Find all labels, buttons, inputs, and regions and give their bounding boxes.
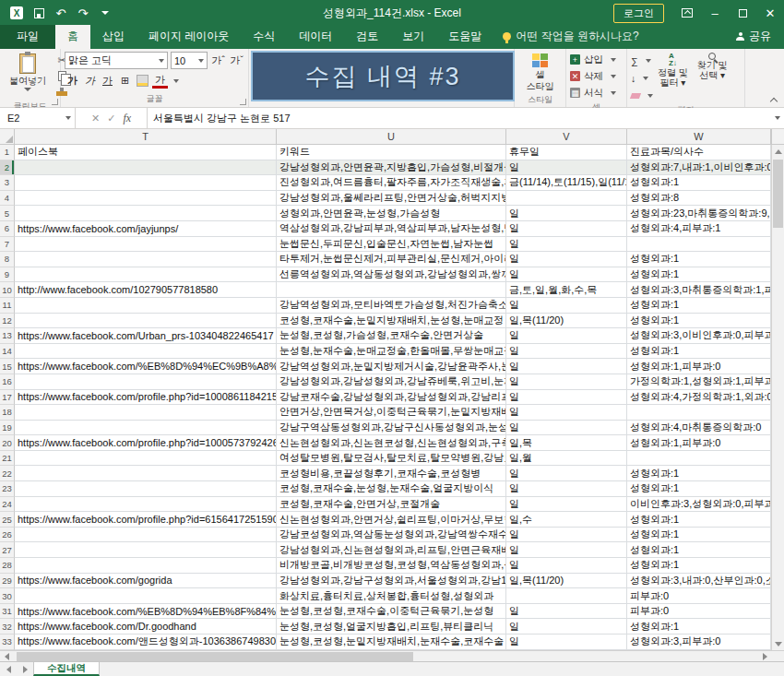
cell-dept[interactable]: 성형외과:3,피부과:0	[627, 634, 771, 650]
cell-holiday[interactable]: 일	[506, 466, 627, 481]
cell-keyword[interactable]: 강남역성형외과,모티바엑토가슴성형,처진가슴축소교정,C	[277, 298, 506, 314]
cell-keyword[interactable]: 눈성형,코성형,눈밑지방재배치,눈재수술,코재수술	[277, 634, 506, 650]
column-header-u[interactable]: U	[277, 129, 506, 145]
cell-holiday[interactable]: 일	[506, 267, 627, 283]
vertical-scrollbar[interactable]	[771, 145, 784, 650]
cell-dept[interactable]: 성형외과:4,마취통증의학과:0	[627, 421, 771, 436]
cell-holiday[interactable]: 일,목(11/20)	[506, 314, 627, 329]
cell-keyword[interactable]: 눈성형,코성형,코재수술,이중턱근육묶기,눈성형	[277, 604, 506, 620]
cell-holiday[interactable]: 일	[506, 481, 627, 497]
cell-keyword[interactable]: 강남성형외과,신논현성형외과,리프팅,안면근육재배치,안	[277, 542, 506, 558]
cell-dept[interactable]: 성형외과:4,가정의학과:1,외과:0,피	[627, 390, 771, 406]
cell-facebook[interactable]	[15, 314, 277, 329]
cell-holiday[interactable]: 일,월	[506, 451, 627, 467]
cell-holiday[interactable]: 금,토,일,월,화,수,목	[506, 282, 627, 298]
cell-facebook[interactable]	[15, 466, 277, 481]
cell-facebook[interactable]	[15, 497, 277, 513]
row-header[interactable]: 33	[0, 634, 15, 650]
cell-keyword[interactable]: 눈성형,코성형,가슴성형,코재수술,안면거상술	[277, 328, 506, 344]
cell-holiday[interactable]: 일,수	[506, 512, 627, 528]
row-header[interactable]: 18	[0, 405, 15, 421]
cell-holiday[interactable]: 일,목(11/20)	[506, 574, 627, 589]
cell-keyword[interactable]: 눈썹문신,두피문신,입술문신,자연눈썹,남자눈썹	[277, 237, 506, 253]
row-header[interactable]: 4	[0, 191, 15, 207]
cell-dept[interactable]: 이비인후과:3,성형외과:0,피부과:0	[627, 497, 771, 513]
cell-holiday[interactable]: 일	[506, 160, 627, 176]
cell-facebook[interactable]	[15, 481, 277, 497]
row-header[interactable]: 16	[0, 374, 15, 390]
formula-content[interactable]: 서울특별시 강남구 논현로 517	[148, 108, 767, 128]
cell-facebook[interactable]	[15, 298, 277, 314]
cell-holiday[interactable]: 일	[506, 252, 627, 267]
cell-dept[interactable]: 피부과:0	[627, 604, 771, 620]
delete-cells-button[interactable]: ✕ 삭제	[570, 68, 616, 84]
tab-review[interactable]: 검토	[344, 25, 390, 49]
cell-dept[interactable]: 성형외과:23,마취통증의학과:9,이	[627, 206, 771, 221]
cell-facebook[interactable]	[15, 252, 277, 267]
cell-facebook[interactable]: https://www.facebook.com/gogrida	[15, 574, 277, 589]
cell-keyword[interactable]: 코성형,코재수술,눈밑지방재배치,눈성형,눈매교정	[277, 314, 506, 329]
horizontal-scrollbar-thumb[interactable]	[17, 652, 413, 661]
collapse-ribbon-icon[interactable]	[771, 96, 778, 103]
sheet-nav-right-icon[interactable]	[17, 662, 33, 676]
cell-keyword[interactable]: 코성형,코재수술,안면거상,코절개술	[277, 497, 506, 513]
ribbon-display-options-icon[interactable]	[673, 0, 701, 26]
cell-facebook[interactable]	[15, 558, 277, 574]
tab-insert[interactable]: 삽입	[90, 25, 137, 49]
cell-dept[interactable]: 성형외과:1	[627, 298, 771, 314]
underline-button[interactable]: 가	[100, 73, 115, 89]
scroll-up-icon[interactable]	[772, 145, 784, 158]
cell-keyword[interactable]: 여성탈모병원,탈모검사,탈모치료,탈모약병원,강남모발이식	[277, 451, 506, 467]
cell-facebook[interactable]: https://www.facebook.com/profile.php?id=…	[15, 390, 277, 406]
tab-help[interactable]: 도움말	[436, 25, 493, 49]
cell-dept[interactable]: 성형외과:8	[627, 191, 771, 207]
cell-holiday[interactable]: 일	[506, 619, 627, 634]
login-button[interactable]: 로그인	[613, 4, 664, 23]
cell-facebook[interactable]: https://www.facebook.com/profile.php?id=…	[15, 435, 277, 451]
cell-keyword[interactable]: 키워드	[277, 145, 506, 160]
row-header[interactable]: 32	[0, 619, 15, 634]
tab-file[interactable]: 파일	[0, 25, 55, 49]
cell-dept[interactable]	[627, 405, 771, 421]
cell-facebook[interactable]: https://www.facebook.com/Dr.goodhand	[15, 619, 277, 634]
cell-keyword[interactable]: 타투제거,눈썹문신제거,피부관리실,문신제거,아이라인문	[277, 252, 506, 267]
cell-dept[interactable]: 성형외과:3,마취통증의학과:1,피부	[627, 282, 771, 298]
font-dialog-launcher[interactable]	[240, 99, 246, 105]
font-color-button[interactable]: 가	[152, 73, 168, 89]
row-header[interactable]: 27	[0, 542, 15, 558]
row-header[interactable]: 7	[0, 237, 15, 253]
tab-view[interactable]: 보기	[390, 25, 436, 49]
row-header[interactable]: 25	[0, 512, 15, 528]
cell-facebook[interactable]	[15, 528, 277, 543]
cell-keyword[interactable]: 비개방코골,비개방코성형,코성형,역삼동성형외과,성형외	[277, 558, 506, 574]
cell-keyword[interactable]: 신논현성형외과,신논현코성형,신논현성형외과,구축코,구	[277, 435, 506, 451]
cell-holiday[interactable]: 일	[506, 558, 627, 574]
cell-facebook[interactable]	[15, 451, 277, 467]
tab-data[interactable]: 데이터	[287, 25, 344, 49]
cell-holiday[interactable]	[506, 588, 627, 604]
sort-filter-button[interactable]: AZ↓ 정렬 및 필터 ▾	[653, 52, 693, 89]
name-box[interactable]: E2	[0, 108, 76, 128]
cell-dept[interactable]: 성형외과:1	[627, 542, 771, 558]
cell-keyword[interactable]: 화상치료,흉터치료,상처봉합,흉터성형,성형외과	[277, 588, 506, 604]
row-header[interactable]: 29	[0, 574, 15, 589]
cell-holiday[interactable]: 일	[506, 359, 627, 374]
cell-dept[interactable]: 성형외과:1	[627, 175, 771, 191]
row-header[interactable]: 30	[0, 588, 15, 604]
paste-button[interactable]: 붙여넣기	[4, 52, 52, 93]
cell-dept[interactable]: 성형외과:1	[627, 481, 771, 497]
row-header[interactable]: 13	[0, 328, 15, 344]
sheet-tab-active[interactable]: 수집내역	[33, 662, 100, 676]
expand-formula-bar-icon[interactable]	[767, 108, 784, 128]
cell-keyword[interactable]: 강남코재수술,강남성형외과,강남성형외과,강남리프팅성형	[277, 390, 506, 406]
cell-dept[interactable]: 성형외과:1	[627, 558, 771, 574]
cell-keyword[interactable]: 눈성형,코성형,얼굴지방흡입,리프팅,뷰티클리닉	[277, 619, 506, 634]
row-header[interactable]: 21	[0, 451, 15, 467]
cell-dept[interactable]: 성형외과:1	[627, 466, 771, 481]
row-header[interactable]: 10	[0, 282, 15, 298]
cell-dept[interactable]: 성형외과:1	[627, 344, 771, 360]
cell-keyword[interactable]: 선릉역성형외과,역삼동성형외과,강남성형외과,쌍꺼풀재수	[277, 267, 506, 283]
cell-dept[interactable]	[627, 237, 771, 253]
cell-dept[interactable]: 성형외과:1	[627, 252, 771, 267]
cell-facebook[interactable]	[15, 588, 277, 604]
